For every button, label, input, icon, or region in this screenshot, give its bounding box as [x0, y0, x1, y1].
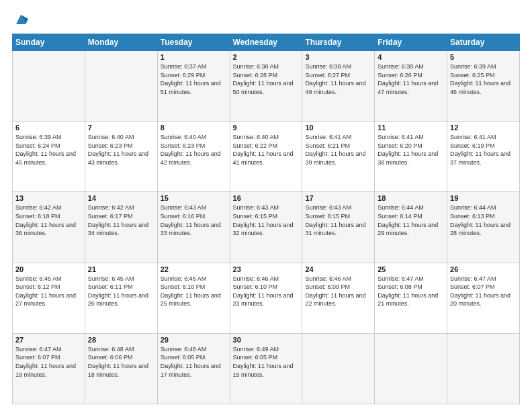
day-info: Sunrise: 6:43 AM Sunset: 6:15 PM Dayligh… [305, 203, 371, 237]
day-cell: 25Sunrise: 6:47 AM Sunset: 6:08 PM Dayli… [375, 263, 447, 333]
day-number: 9 [233, 124, 300, 132]
header [12, 12, 520, 27]
logo [12, 12, 28, 27]
day-cell: 5Sunrise: 6:39 AM Sunset: 6:25 PM Daylig… [447, 51, 520, 122]
day-cell [375, 333, 447, 404]
day-info: Sunrise: 6:49 AM Sunset: 6:05 PM Dayligh… [233, 345, 300, 379]
day-info: Sunrise: 6:37 AM Sunset: 6:29 PM Dayligh… [161, 62, 227, 96]
day-cell: 8Sunrise: 6:40 AM Sunset: 6:23 PM Daylig… [157, 122, 230, 192]
day-info: Sunrise: 6:38 AM Sunset: 6:28 PM Dayligh… [233, 62, 300, 96]
day-number: 20 [15, 265, 82, 273]
day-cell: 27Sunrise: 6:47 AM Sunset: 6:07 PM Dayli… [13, 333, 85, 404]
day-number: 17 [305, 194, 371, 202]
calendar-table: SundayMondayTuesdayWednesdayThursdayFrid… [12, 34, 520, 404]
col-header-monday: Monday [85, 34, 157, 51]
day-info: Sunrise: 6:39 AM Sunset: 6:26 PM Dayligh… [378, 62, 444, 96]
day-number: 12 [450, 124, 517, 132]
day-cell: 24Sunrise: 6:46 AM Sunset: 6:09 PM Dayli… [302, 263, 375, 333]
day-info: Sunrise: 6:39 AM Sunset: 6:24 PM Dayligh… [15, 133, 82, 167]
col-header-wednesday: Wednesday [230, 34, 302, 51]
day-number: 1 [161, 53, 227, 61]
day-cell: 28Sunrise: 6:48 AM Sunset: 6:06 PM Dayli… [85, 333, 157, 404]
day-info: Sunrise: 6:39 AM Sunset: 6:25 PM Dayligh… [450, 62, 517, 96]
day-number: 23 [233, 265, 300, 273]
day-number: 5 [450, 53, 517, 61]
day-cell: 11Sunrise: 6:41 AM Sunset: 6:20 PM Dayli… [375, 122, 447, 192]
day-info: Sunrise: 6:45 AM Sunset: 6:10 PM Dayligh… [161, 275, 227, 308]
day-cell: 6Sunrise: 6:39 AM Sunset: 6:24 PM Daylig… [13, 122, 85, 192]
day-number: 16 [233, 194, 300, 202]
day-cell: 20Sunrise: 6:45 AM Sunset: 6:12 PM Dayli… [13, 263, 85, 333]
day-cell: 4Sunrise: 6:39 AM Sunset: 6:26 PM Daylig… [375, 51, 447, 122]
day-cell: 9Sunrise: 6:40 AM Sunset: 6:22 PM Daylig… [230, 122, 302, 192]
calendar-header-row: SundayMondayTuesdayWednesdayThursdayFrid… [13, 34, 520, 51]
day-number: 6 [15, 124, 82, 132]
day-info: Sunrise: 6:47 AM Sunset: 6:07 PM Dayligh… [450, 275, 517, 308]
day-info: Sunrise: 6:43 AM Sunset: 6:16 PM Dayligh… [161, 203, 227, 237]
day-number: 8 [161, 124, 227, 132]
day-number: 7 [88, 124, 154, 132]
day-info: Sunrise: 6:41 AM Sunset: 6:21 PM Dayligh… [305, 133, 371, 167]
day-number: 27 [15, 336, 82, 344]
day-cell: 7Sunrise: 6:40 AM Sunset: 6:23 PM Daylig… [85, 122, 157, 192]
week-row-3: 13Sunrise: 6:42 AM Sunset: 6:18 PM Dayli… [13, 192, 520, 263]
day-cell: 30Sunrise: 6:49 AM Sunset: 6:05 PM Dayli… [230, 333, 302, 404]
day-info: Sunrise: 6:40 AM Sunset: 6:23 PM Dayligh… [88, 133, 154, 167]
day-cell: 29Sunrise: 6:48 AM Sunset: 6:05 PM Dayli… [157, 333, 230, 404]
col-header-sunday: Sunday [13, 34, 85, 51]
day-cell: 1Sunrise: 6:37 AM Sunset: 6:29 PM Daylig… [157, 51, 230, 122]
day-cell: 17Sunrise: 6:43 AM Sunset: 6:15 PM Dayli… [302, 192, 375, 263]
day-number: 14 [88, 194, 154, 202]
day-info: Sunrise: 6:44 AM Sunset: 6:13 PM Dayligh… [450, 203, 517, 237]
day-info: Sunrise: 6:44 AM Sunset: 6:14 PM Dayligh… [378, 203, 444, 237]
day-cell: 14Sunrise: 6:42 AM Sunset: 6:17 PM Dayli… [85, 192, 157, 263]
week-row-4: 20Sunrise: 6:45 AM Sunset: 6:12 PM Dayli… [13, 263, 520, 333]
day-number: 19 [450, 194, 517, 202]
day-info: Sunrise: 6:46 AM Sunset: 6:09 PM Dayligh… [305, 275, 371, 308]
col-header-thursday: Thursday [302, 34, 375, 51]
day-number: 18 [378, 194, 444, 202]
day-info: Sunrise: 6:38 AM Sunset: 6:27 PM Dayligh… [305, 62, 371, 96]
day-info: Sunrise: 6:47 AM Sunset: 6:08 PM Dayligh… [378, 275, 444, 308]
day-cell: 10Sunrise: 6:41 AM Sunset: 6:21 PM Dayli… [302, 122, 375, 192]
col-header-saturday: Saturday [447, 34, 520, 51]
day-info: Sunrise: 6:48 AM Sunset: 6:05 PM Dayligh… [161, 345, 227, 379]
day-info: Sunrise: 6:42 AM Sunset: 6:17 PM Dayligh… [88, 203, 154, 237]
day-number: 22 [161, 265, 227, 273]
day-number: 25 [378, 265, 444, 273]
day-cell: 13Sunrise: 6:42 AM Sunset: 6:18 PM Dayli… [13, 192, 85, 263]
day-info: Sunrise: 6:41 AM Sunset: 6:19 PM Dayligh… [450, 133, 517, 167]
day-number: 24 [305, 265, 371, 273]
day-cell: 19Sunrise: 6:44 AM Sunset: 6:13 PM Dayli… [447, 192, 520, 263]
day-info: Sunrise: 6:43 AM Sunset: 6:15 PM Dayligh… [233, 203, 300, 237]
day-info: Sunrise: 6:45 AM Sunset: 6:12 PM Dayligh… [15, 275, 82, 308]
day-info: Sunrise: 6:40 AM Sunset: 6:22 PM Dayligh… [233, 133, 300, 167]
day-cell: 21Sunrise: 6:45 AM Sunset: 6:11 PM Dayli… [85, 263, 157, 333]
day-cell: 16Sunrise: 6:43 AM Sunset: 6:15 PM Dayli… [230, 192, 302, 263]
day-number: 3 [305, 53, 371, 61]
day-number: 15 [161, 194, 227, 202]
day-cell: 12Sunrise: 6:41 AM Sunset: 6:19 PM Dayli… [447, 122, 520, 192]
day-cell: 2Sunrise: 6:38 AM Sunset: 6:28 PM Daylig… [230, 51, 302, 122]
day-cell [302, 333, 375, 404]
day-number: 4 [378, 53, 444, 61]
week-row-1: 1Sunrise: 6:37 AM Sunset: 6:29 PM Daylig… [13, 51, 520, 122]
day-cell: 3Sunrise: 6:38 AM Sunset: 6:27 PM Daylig… [302, 51, 375, 122]
day-cell [447, 333, 520, 404]
col-header-friday: Friday [375, 34, 447, 51]
day-number: 30 [233, 336, 300, 344]
day-info: Sunrise: 6:48 AM Sunset: 6:06 PM Dayligh… [88, 345, 154, 379]
day-info: Sunrise: 6:47 AM Sunset: 6:07 PM Dayligh… [15, 345, 82, 379]
day-info: Sunrise: 6:40 AM Sunset: 6:23 PM Dayligh… [161, 133, 227, 167]
day-number: 10 [305, 124, 371, 132]
day-info: Sunrise: 6:46 AM Sunset: 6:10 PM Dayligh… [233, 275, 300, 308]
day-number: 26 [450, 265, 517, 273]
day-info: Sunrise: 6:41 AM Sunset: 6:20 PM Dayligh… [378, 133, 444, 167]
week-row-5: 27Sunrise: 6:47 AM Sunset: 6:07 PM Dayli… [13, 333, 520, 404]
day-cell: 23Sunrise: 6:46 AM Sunset: 6:10 PM Dayli… [230, 263, 302, 333]
day-info: Sunrise: 6:45 AM Sunset: 6:11 PM Dayligh… [88, 275, 154, 308]
day-cell: 18Sunrise: 6:44 AM Sunset: 6:14 PM Dayli… [375, 192, 447, 263]
day-cell: 26Sunrise: 6:47 AM Sunset: 6:07 PM Dayli… [447, 263, 520, 333]
day-cell: 15Sunrise: 6:43 AM Sunset: 6:16 PM Dayli… [157, 192, 230, 263]
day-info: Sunrise: 6:42 AM Sunset: 6:18 PM Dayligh… [15, 203, 82, 237]
